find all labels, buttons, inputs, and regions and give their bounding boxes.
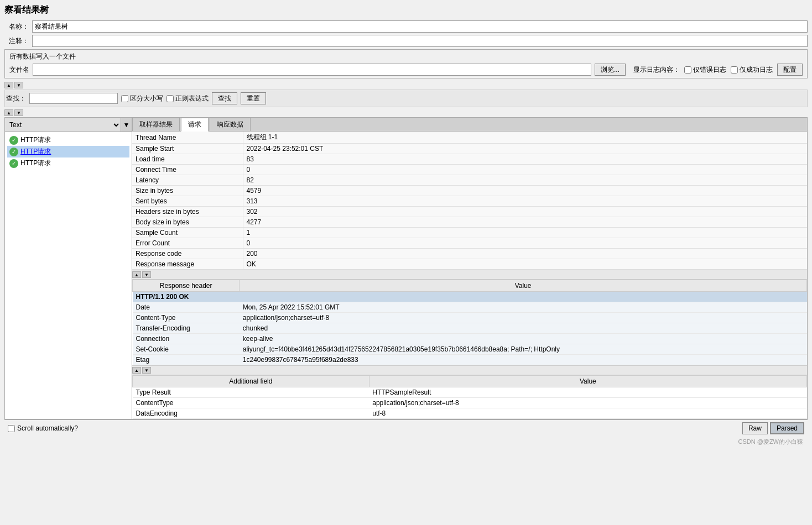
additional-value: utf-8 [369, 408, 806, 419]
name-input[interactable] [32, 20, 808, 33]
parsed-button[interactable]: Parsed [770, 422, 804, 434]
view-selector[interactable]: Text [5, 118, 121, 132]
sampler-row: Error Count0 [132, 238, 807, 249]
arrow-up-btn-1[interactable]: ▲ [4, 82, 13, 88]
response-header-field: Transfer-Encoding [133, 323, 240, 334]
file-label: 文件名 [9, 65, 29, 75]
sampler-row: Sample Start2022-04-25 23:52:01 CST [132, 144, 807, 154]
response-header-field: Set-Cookie [133, 344, 240, 355]
file-row: 文件名 浏览... 显示日志内容： 仅错误日志 仅成功日志 配置 [9, 64, 803, 76]
raw-button[interactable]: Raw [742, 422, 768, 434]
watermark: CSDN @爱ZW的小白猿 [4, 437, 808, 447]
sampler-value: 0 [243, 238, 807, 249]
status-icon-1 [9, 136, 18, 145]
scroll-auto-checkbox[interactable]: Scroll automatically? [8, 424, 78, 432]
file-input[interactable] [33, 64, 591, 76]
response-header-row: Transfer-Encodingchunked [133, 323, 807, 334]
tree-item-3[interactable]: HTTP请求 [7, 158, 129, 169]
sampler-value: 302 [243, 207, 807, 217]
additional-field: DataEncoding [133, 408, 369, 419]
additional-value-col: Value [369, 376, 806, 387]
sampler-value: 4277 [243, 217, 807, 228]
arrow-up-btn-2[interactable]: ▲ [4, 109, 13, 116]
name-row: 名称： [4, 20, 808, 33]
note-input[interactable] [32, 35, 808, 47]
additional-row: DataEncodingutf-8 [133, 408, 807, 419]
response-header-row: Connectionkeep-alive [133, 334, 807, 344]
sampler-row: Size in bytes4579 [132, 186, 807, 196]
response-header-row: Etag1c240e99837c678475a95f689a2de833 [133, 355, 807, 365]
bottom-buttons: Raw Parsed [742, 422, 804, 434]
config-button[interactable]: 配置 [777, 64, 803, 76]
regex-checkbox[interactable]: 正则表达式 [166, 94, 209, 103]
sampler-field: Connect Time [132, 165, 243, 175]
status-icon-3 [9, 159, 18, 168]
sampler-field: Latency [132, 175, 243, 186]
section-arrow-up-2[interactable]: ▲ [132, 367, 141, 374]
sampler-field: Response message [132, 259, 243, 270]
sampler-row: Connect Time0 [132, 165, 807, 175]
success-log-checkbox[interactable]: 仅成功日志 [731, 65, 773, 75]
file-section-title: 所有数据写入一个文件 [9, 52, 803, 61]
tree-item-label-3: HTTP请求 [20, 159, 51, 168]
sampler-row: Load time83 [132, 154, 807, 165]
note-row: 注释： [4, 35, 808, 47]
status-icon-2 [9, 148, 18, 156]
tab-request[interactable]: 请求 [181, 118, 209, 132]
case-sensitive-checkbox[interactable]: 区分大小写 [121, 94, 163, 103]
browse-button[interactable]: 浏览... [595, 64, 626, 76]
response-header-value: chunked [240, 323, 807, 334]
sampler-field: Sample Start [132, 144, 243, 154]
sampler-value: 200 [243, 249, 807, 259]
left-panel: Text ▼ HTTP请求 HTTP请求 HTTP请求 [5, 118, 132, 419]
sampler-row: Headers size in bytes302 [132, 207, 807, 217]
tree-item-1[interactable]: HTTP请求 [7, 134, 129, 146]
additional-value: HTTPSampleResult [369, 387, 806, 398]
additional-field-col: Additional field [133, 376, 369, 387]
dropdown-arrow-icon[interactable]: ▼ [121, 118, 132, 132]
tab-response[interactable]: 响应数据 [210, 118, 251, 131]
sampler-value: 2022-04-25 23:52:01 CST [243, 144, 807, 154]
divider-arrows-2: ▲ ▼ [4, 108, 808, 117]
arrow-down-btn-1[interactable]: ▼ [14, 82, 23, 88]
section-arrow-up-1[interactable]: ▲ [132, 271, 141, 278]
sampler-field: Sample Count [132, 228, 243, 238]
main-container: 察看结果树 名称： 注释： 所有数据写入一个文件 文件名 浏览... 显示日志内… [0, 0, 812, 452]
response-header-field: Connection [133, 334, 240, 344]
sampler-row: Sent bytes313 [132, 196, 807, 207]
response-header-table: Response header Value HTTP/1.1 200 OKDat… [132, 280, 807, 365]
sampler-value: 82 [243, 175, 807, 186]
log-section: 显示日志内容： 仅错误日志 仅成功日志 配置 [633, 64, 803, 76]
sampler-field: Size in bytes [132, 186, 243, 196]
tabs-bar: 取样器结果 请求 响应数据 [132, 118, 807, 132]
search-label: 查找： [6, 94, 26, 103]
section-arrow-down-1[interactable]: ▼ [142, 271, 151, 278]
arrow-down-btn-2[interactable]: ▼ [14, 109, 23, 116]
note-label: 注释： [4, 36, 32, 46]
additional-row: Type ResultHTTPSampleResult [133, 387, 807, 398]
log-display-label: 显示日志内容： [633, 65, 680, 75]
sampler-row: Latency82 [132, 175, 807, 186]
sampler-field: Thread Name [132, 132, 243, 144]
results-content: Thread Name线程组 1-1Sample Start2022-04-25… [132, 132, 807, 419]
left-panel-header: Text ▼ [5, 118, 132, 132]
section-divider-1: ▲ ▼ [132, 270, 807, 280]
tab-sampler[interactable]: 取样器结果 [132, 118, 180, 131]
section-arrow-down-2[interactable]: ▼ [142, 367, 151, 374]
additional-value: application/json;charset=utf-8 [369, 398, 806, 408]
sampler-field: Body size in bytes [132, 217, 243, 228]
sampler-field: Headers size in bytes [132, 207, 243, 217]
sampler-value: 4579 [243, 186, 807, 196]
response-header-row: DateMon, 25 Apr 2022 15:52:01 GMT [133, 302, 807, 313]
error-log-checkbox[interactable]: 仅错误日志 [684, 65, 726, 75]
search-input[interactable] [29, 93, 118, 104]
right-panel: 取样器结果 请求 响应数据 Thread Name线程组 1-1Sample S… [132, 118, 807, 419]
tree-item-label-1: HTTP请求 [20, 135, 51, 145]
page-title: 察看结果树 [4, 4, 808, 16]
sampler-row: Sample Count1 [132, 228, 807, 238]
response-header-value: 1c240e99837c678475a95f689a2de833 [240, 355, 807, 365]
response-header-col: Response header [133, 280, 240, 292]
find-button[interactable]: 查找 [212, 92, 237, 104]
tree-item-2[interactable]: HTTP请求 [7, 146, 129, 158]
reset-button[interactable]: 重置 [241, 92, 266, 104]
